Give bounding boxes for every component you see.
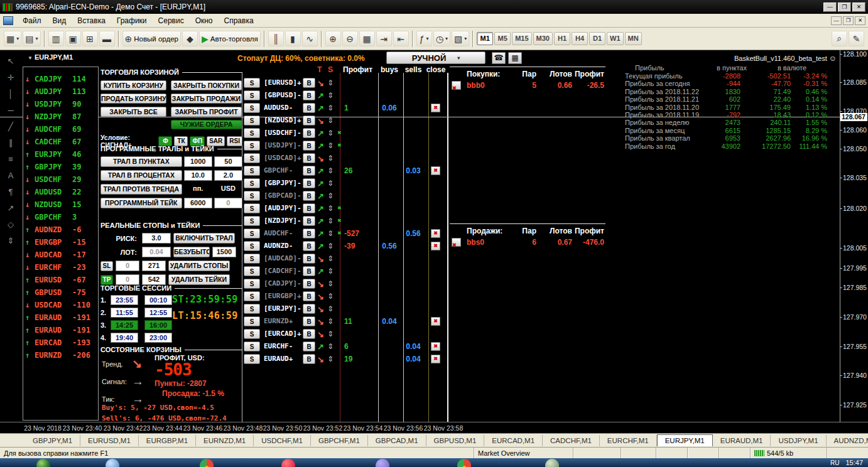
sell-pair-button[interactable]: S (244, 90, 260, 100)
menu-item[interactable]: Файл (17, 15, 47, 26)
chart-tab[interactable]: EURCAD,M1 (484, 435, 543, 446)
timeframe-button[interactable]: MN (625, 32, 642, 45)
sell-pair-button[interactable]: S (244, 128, 260, 138)
session-end-field[interactable]: 16:00 (144, 320, 172, 330)
enable-trail-button[interactable]: ВКЛЮЧИТЬ ТРАЛ (173, 233, 235, 244)
buy-pair-button[interactable]: B (303, 141, 315, 151)
trail-value-field[interactable]: 10.0 (184, 170, 212, 181)
phone-icon[interactable]: ☎ (492, 52, 506, 64)
timeframe-button[interactable]: M1 (477, 32, 493, 45)
buy-pair-button[interactable]: B (303, 304, 315, 314)
metaeditor-icon[interactable]: ◆ ▾ (182, 31, 198, 46)
session-start-field[interactable]: 14:25 (111, 320, 138, 330)
buy-pair-button[interactable]: B (303, 228, 315, 239)
buy-pair-button[interactable]: B (303, 191, 315, 201)
profiles-icon[interactable]: ▤ ▾ (23, 31, 40, 46)
breakeven-button[interactable]: БЕЗУБЫТОК (173, 247, 210, 257)
trail-value-field[interactable]: 50 (214, 156, 242, 167)
zoom-in-icon[interactable]: ⊕ ▾ (325, 31, 341, 46)
trail-button[interactable]: ТРАЛ В ПУНКТАХ (100, 156, 182, 167)
chart-shift-icon[interactable]: ⇤ ▾ (393, 31, 409, 46)
buy-pair-button[interactable]: B (303, 216, 315, 226)
sell-pair-button[interactable]: S (244, 115, 260, 126)
start-button[interactable] (36, 459, 50, 467)
sell-pair-button[interactable]: S (244, 291, 260, 301)
close-pair-button[interactable]: ✖ (431, 342, 440, 351)
watchlist-row[interactable]: EURCHF -23 (23, 261, 98, 274)
sell-pair-button[interactable]: S (244, 216, 260, 226)
chart-tab[interactable]: USDJPY,M1 (771, 435, 826, 446)
watchlist-row[interactable]: EURNZD -206 (23, 349, 98, 362)
trail-button[interactable]: ТРАЛ В ПРОЦЕНТАХ (100, 170, 182, 181)
close-sells-button[interactable]: ЗАКРЫТЬ ПРОДАЖИ (171, 94, 242, 104)
close-pair-button[interactable]: ✖ (431, 355, 440, 363)
watchlist-row[interactable]: GBPJPY 39 (23, 161, 98, 173)
window-close-button[interactable]: ✕ (852, 3, 865, 12)
periods-icon[interactable]: ◷ ▾ (433, 31, 450, 46)
trail-button[interactable]: ТРАЛ ПРОТИВ ТРЕНДА (100, 184, 182, 195)
child-close-button[interactable]: ✕ (855, 16, 865, 25)
watchlist-row[interactable]: CADCHF 67 (23, 136, 98, 148)
watchlist-row[interactable]: EURUSD -67 (23, 274, 98, 286)
chart-tab[interactable]: EURUSD,M1 (80, 435, 139, 446)
menu-item[interactable]: Графики (111, 15, 153, 26)
close-pair-button[interactable]: ✖ (431, 229, 440, 238)
child-restore-button[interactable]: ❐ (843, 16, 854, 25)
session-start-field[interactable]: 23:55 (111, 295, 138, 305)
trail-value-field[interactable]: пп. (184, 184, 212, 195)
sell-basket-button[interactable]: ПРОДАТЬ КОРЗИНУ (100, 94, 166, 104)
market-overview-cell[interactable]: Market Overview (474, 448, 573, 458)
sell-pair-button[interactable]: S (244, 354, 260, 364)
sell-pair-button[interactable]: S (244, 304, 260, 314)
trail-value-field[interactable]: 1000 (184, 156, 212, 167)
panel-icon[interactable]: ▦ (508, 52, 522, 64)
buy-basket-button[interactable]: КУПИТЬ КОРЗИНУ (100, 80, 166, 90)
chart-tab[interactable]: EURJPY,M1 (657, 434, 713, 446)
navigator-icon[interactable]: ⊞ ▾ (82, 31, 98, 46)
candles-chart-icon[interactable]: ▮ ▾ (285, 31, 301, 46)
chart-tab[interactable]: CADCHF,M1 (543, 435, 600, 446)
sl-field-1[interactable]: 0 (116, 260, 139, 271)
menu-item[interactable]: Сервис (153, 15, 190, 26)
trendline-icon[interactable]: ╱ (4, 122, 18, 132)
buy-pair-button[interactable]: B (303, 90, 315, 100)
chart-tab[interactable]: AUDNZD,M1 (827, 435, 868, 446)
buy-pair-button[interactable]: B (303, 128, 315, 138)
chart-tab[interactable]: EURGBP,M1 (139, 435, 196, 446)
trail-value-field[interactable]: USD (214, 184, 242, 195)
watchlist-row[interactable]: GBPCHF 3 (23, 211, 98, 223)
text-icon[interactable]: A (4, 171, 18, 181)
close-basket-button[interactable]: ✖ (452, 238, 461, 247)
timeframe-button[interactable]: W1 (607, 32, 624, 45)
watchlist-row[interactable]: EURAUD -191 (23, 311, 98, 324)
chart-tab[interactable]: EURCHF,M1 (600, 435, 657, 446)
watchlist-row[interactable]: EURAUD -191 (23, 324, 98, 336)
menu-item[interactable]: Справка (219, 15, 259, 26)
breakeven-field[interactable]: 1500 (212, 247, 236, 257)
sell-pair-button[interactable]: S (244, 254, 260, 264)
watchlist-row[interactable]: AUDUSD 22 (23, 186, 98, 198)
close-pair-button[interactable]: ✖ (431, 166, 440, 175)
collapse-icon[interactable]: ▼ (28, 55, 33, 61)
timeframe-button[interactable]: D1 (589, 32, 605, 45)
sell-pair-button[interactable]: S (244, 228, 260, 239)
close-pair-button[interactable]: ✖ (431, 317, 440, 326)
new-order-icon[interactable]: ⊕ Новый ордер ▾ (122, 31, 181, 46)
edit-icon[interactable]: ✎ (849, 31, 864, 46)
menu-item[interactable]: Вставка (72, 15, 111, 26)
buy-pair-button[interactable]: B (303, 291, 315, 301)
bars-chart-icon[interactable]: ║ ▾ (268, 31, 284, 46)
symbol-label[interactable]: ▼EURJPY,M1 (28, 53, 73, 61)
sl-button[interactable]: SL (100, 261, 113, 271)
window-minimize-button[interactable]: — (823, 3, 837, 12)
sell-pair-button[interactable]: S (244, 191, 260, 201)
watchlist-row[interactable]: NZDUSD 15 (23, 198, 98, 211)
shapes-icon[interactable]: ◇ (4, 220, 18, 230)
watchlist-row[interactable]: USDCAD -110 (23, 299, 98, 311)
child-minimize-button[interactable]: — (831, 16, 842, 25)
horizontal-line-icon[interactable]: ─ (4, 105, 18, 115)
line-chart-icon[interactable]: ∿ ▾ (302, 31, 318, 46)
close-all-button[interactable]: ЗАКРЫТЬ ВСЕ (100, 107, 166, 117)
close-profit-button[interactable]: ЗАКРЫТЬ ПРОФИТ (171, 107, 242, 117)
buy-pair-button[interactable]: B (303, 178, 315, 188)
